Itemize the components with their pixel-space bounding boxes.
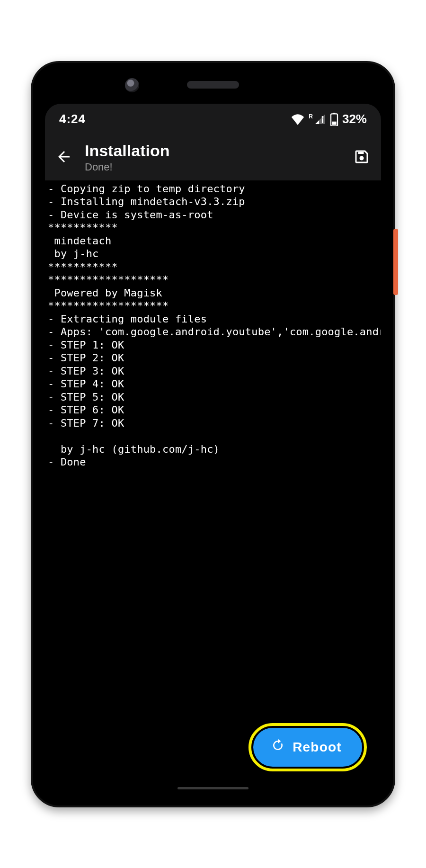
svg-rect-0: [322, 118, 323, 123]
cellular-icon: [314, 114, 326, 125]
speaker-grille: [187, 81, 239, 89]
install-log[interactable]: - Copying zip to temp directory - Instal…: [45, 180, 381, 793]
status-indicators: R: [291, 112, 367, 126]
app-bar: Installation Done!: [45, 135, 381, 180]
page-title: Installation: [85, 142, 340, 160]
wifi-icon: [291, 114, 305, 125]
svg-rect-4: [332, 121, 336, 125]
battery-percent: 32%: [342, 112, 367, 126]
save-log-button[interactable]: [351, 147, 373, 169]
roaming-label: R: [309, 114, 313, 119]
front-camera: [125, 78, 139, 92]
svg-rect-6: [358, 152, 364, 154]
battery-icon: [330, 113, 338, 126]
screen: 4:24 R: [45, 104, 381, 793]
svg-point-1: [321, 116, 323, 118]
status-bar: 4:24 R: [45, 104, 381, 135]
reboot-label: Reboot: [293, 740, 342, 755]
phone-frame: 4:24 R: [31, 61, 395, 807]
home-indicator[interactable]: [178, 787, 248, 789]
arrow-left-icon: [55, 148, 72, 167]
svg-point-5: [360, 156, 364, 160]
restart-icon: [271, 738, 285, 756]
reboot-highlight: Reboot: [248, 723, 367, 771]
reboot-button[interactable]: Reboot: [253, 728, 362, 767]
page-subtitle: Done!: [85, 161, 340, 173]
status-time: 4:24: [59, 112, 86, 126]
back-button[interactable]: [53, 147, 74, 168]
save-icon: [353, 148, 370, 167]
